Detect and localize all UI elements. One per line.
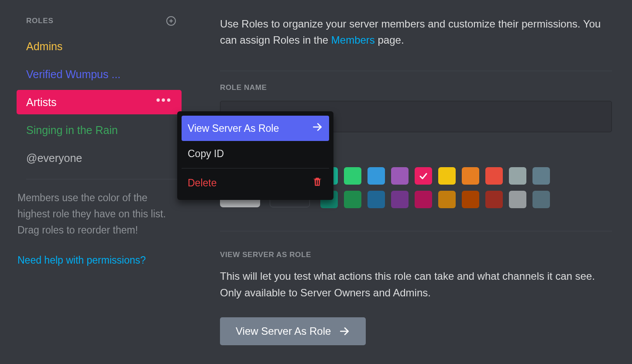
color-swatch[interactable] bbox=[415, 191, 432, 208]
context-item[interactable]: View Server As Role bbox=[182, 116, 329, 141]
color-swatch[interactable] bbox=[368, 191, 385, 208]
content-divider bbox=[220, 71, 612, 71]
color-swatch[interactable] bbox=[485, 167, 503, 185]
color-swatch[interactable] bbox=[485, 191, 503, 208]
color-swatch[interactable] bbox=[509, 167, 526, 185]
role-item[interactable]: @everyone••• bbox=[17, 146, 182, 170]
sidebar-divider bbox=[26, 179, 182, 179]
role-context-menu: View Server As RoleCopy IDDelete bbox=[177, 111, 333, 200]
role-item-label: Verified Wumpus ... bbox=[26, 68, 120, 81]
role-item[interactable]: Singing in the Rain••• bbox=[17, 118, 182, 142]
color-swatch[interactable] bbox=[391, 167, 409, 185]
intro-post: page. bbox=[375, 34, 404, 46]
role-item-label: Singing in the Rain bbox=[26, 124, 118, 137]
intro-text: Use Roles to organize your server member… bbox=[220, 16, 612, 48]
arrow-right-icon bbox=[312, 121, 323, 135]
view-server-description: This will let you test what actions this… bbox=[220, 268, 612, 300]
sidebar-title: ROLES bbox=[26, 17, 54, 25]
context-item[interactable]: Delete bbox=[182, 170, 329, 196]
role-item[interactable]: Verified Wumpus ...••• bbox=[17, 62, 182, 86]
view-button-label: View Server As Role bbox=[236, 325, 331, 337]
intro-pre: Use Roles to organize your server member… bbox=[220, 18, 601, 46]
color-swatch[interactable] bbox=[438, 167, 456, 185]
role-name-label: ROLE NAME bbox=[220, 83, 612, 92]
trash-icon bbox=[312, 176, 323, 190]
role-item[interactable]: Admins••• bbox=[17, 34, 182, 58]
color-swatch[interactable] bbox=[438, 191, 456, 208]
color-swatch[interactable] bbox=[415, 167, 432, 185]
color-swatch[interactable] bbox=[462, 191, 479, 208]
color-swatch[interactable] bbox=[509, 191, 526, 208]
members-link[interactable]: Members bbox=[331, 34, 375, 46]
color-swatch[interactable] bbox=[344, 167, 361, 185]
context-item-label: Delete bbox=[188, 177, 216, 189]
color-swatch[interactable] bbox=[391, 191, 409, 208]
sidebar-note: Members use the color of the highest rol… bbox=[17, 190, 182, 238]
context-item-label: Copy ID bbox=[188, 148, 224, 160]
role-list: Admins•••Verified Wumpus ...•••Artists••… bbox=[17, 34, 182, 170]
roles-sidebar: ROLES Admins•••Verified Wumpus ...•••Art… bbox=[0, 0, 187, 364]
role-more-icon[interactable]: ••• bbox=[156, 100, 172, 104]
content-divider-2 bbox=[220, 231, 612, 231]
role-item[interactable]: Artists••• bbox=[17, 90, 182, 114]
role-item-label: Artists bbox=[26, 96, 56, 109]
context-item-label: View Server As Role bbox=[188, 123, 279, 134]
color-swatch[interactable] bbox=[532, 167, 550, 185]
view-server-label: VIEW SERVER AS ROLE bbox=[220, 251, 612, 259]
view-server-as-role-button[interactable]: View Server As Role bbox=[220, 317, 366, 345]
role-item-label: Admins bbox=[26, 40, 62, 53]
color-swatch[interactable] bbox=[462, 167, 479, 185]
permissions-help-link[interactable]: Need help with permissions? bbox=[17, 254, 182, 266]
role-item-label: @everyone bbox=[26, 152, 82, 165]
color-swatch[interactable] bbox=[368, 167, 385, 185]
color-swatch[interactable] bbox=[532, 191, 550, 208]
add-role-icon[interactable] bbox=[166, 16, 176, 26]
color-swatch[interactable] bbox=[344, 191, 361, 208]
color-swatch-grid bbox=[320, 167, 550, 208]
context-item[interactable]: Copy ID bbox=[182, 141, 329, 166]
context-separator bbox=[182, 168, 329, 168]
